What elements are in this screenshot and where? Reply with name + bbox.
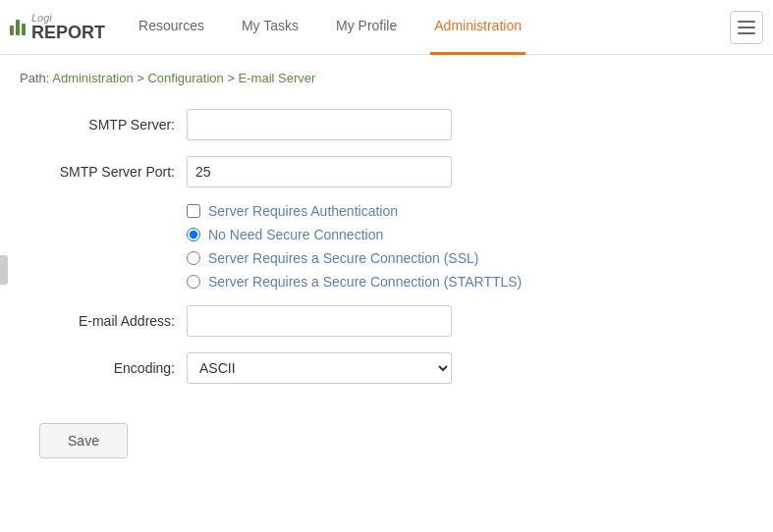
nav-my-tasks[interactable]: My Tasks [238, 0, 303, 55]
breadcrumb-sep1: > [134, 71, 148, 85]
breadcrumb-sep2: > [224, 71, 239, 85]
nav-administration[interactable]: Administration [430, 0, 525, 55]
ssl-label: Server Requires a Secure Connection (SSL… [208, 250, 478, 266]
smtp-server-input[interactable] [187, 109, 452, 140]
no-secure-radio[interactable] [187, 228, 200, 241]
no-secure-radio-row[interactable]: No Need Secure Connection [187, 227, 753, 242]
logo-icon [10, 20, 26, 35]
save-button-area: Save [20, 423, 753, 458]
nav-resources[interactable]: Resources [135, 0, 208, 55]
left-edge-handle[interactable] [0, 255, 8, 285]
starttls-label: Server Requires a Secure Connection (STA… [208, 274, 522, 290]
hamburger-line-1 [738, 21, 755, 23]
page-content: Path: Administration > Configuration > E… [0, 55, 773, 474]
auth-checkbox-label: Server Requires Authentication [208, 203, 398, 219]
smtp-port-label: SMTP Server Port: [39, 164, 187, 180]
breadcrumb: Path: Administration > Configuration > E… [20, 71, 753, 85]
email-server-form: SMTP Server: SMTP Server Port: Server Re… [20, 109, 753, 384]
smtp-server-row: SMTP Server: [39, 109, 753, 140]
save-button[interactable]: Save [39, 423, 128, 458]
logo-bar-3 [22, 24, 26, 35]
breadcrumb-page: E-mail Server [239, 71, 316, 85]
header: Logi REPORT Resources My Tasks My Profil… [0, 0, 773, 55]
encoding-label: Encoding: [39, 360, 187, 376]
logo-text: Logi REPORT [31, 13, 105, 41]
email-address-label: E-mail Address: [39, 313, 187, 329]
no-secure-label: No Need Secure Connection [208, 227, 383, 242]
breadcrumb-admin: Administration [52, 71, 133, 85]
smtp-port-input[interactable] [187, 156, 452, 187]
breadcrumb-config: Configuration [147, 71, 223, 85]
ssl-radio-row[interactable]: Server Requires a Secure Connection (SSL… [187, 250, 753, 266]
starttls-radio[interactable] [187, 275, 200, 289]
encoding-row: Encoding: ASCII UTF-8 ISO-8859-1 [39, 352, 753, 384]
hamburger-line-2 [738, 27, 755, 28]
connection-options: Server Requires Authentication No Need S… [187, 203, 753, 290]
starttls-radio-row[interactable]: Server Requires a Secure Connection (STA… [187, 274, 753, 290]
logo: Logi REPORT [10, 13, 105, 41]
smtp-server-label: SMTP Server: [39, 117, 187, 133]
email-address-input[interactable] [187, 305, 452, 337]
smtp-port-row: SMTP Server Port: [39, 156, 753, 187]
auth-checkbox[interactable] [187, 204, 200, 218]
auth-checkbox-row[interactable]: Server Requires Authentication [187, 203, 753, 219]
hamburger-line-3 [738, 32, 755, 34]
email-address-row: E-mail Address: [39, 305, 753, 337]
breadcrumb-path: Path: Administration > Configuration > E… [20, 71, 315, 85]
encoding-select[interactable]: ASCII UTF-8 ISO-8859-1 [187, 352, 452, 384]
logo-bar-1 [10, 26, 14, 35]
main-nav: Resources My Tasks My Profile Administra… [135, 0, 730, 55]
logo-report: REPORT [31, 23, 105, 42]
logo-bar-2 [16, 20, 20, 35]
hamburger-menu[interactable] [730, 11, 763, 44]
nav-my-profile[interactable]: My Profile [332, 0, 401, 55]
ssl-radio[interactable] [187, 251, 200, 265]
